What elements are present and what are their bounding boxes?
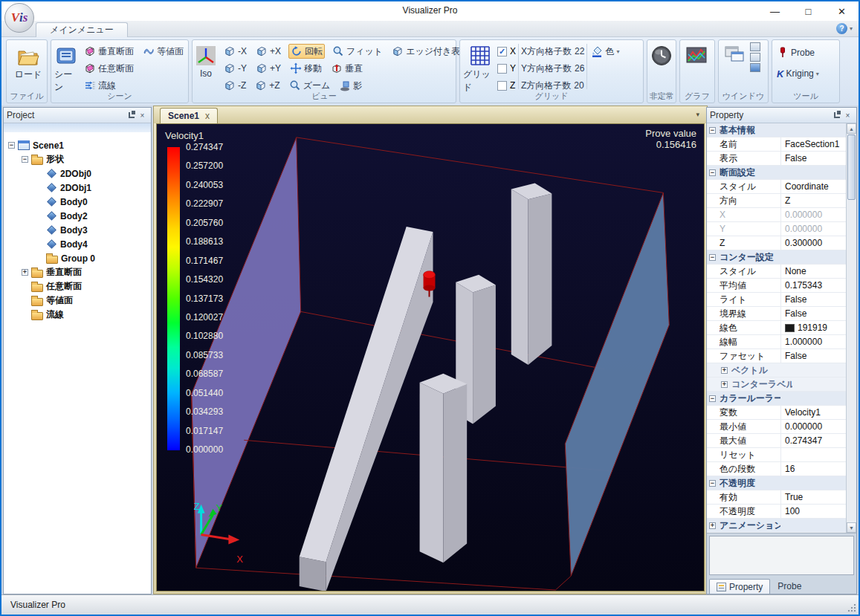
property-row[interactable]: 名前 FaceSection1 [707,137,846,152]
resize-grip[interactable] [847,603,856,612]
property-value[interactable]: False [780,293,846,306]
property-value[interactable]: 0.000000 [780,208,846,221]
property-row[interactable]: 線色 191919 [707,321,846,335]
property-value[interactable]: False [780,349,846,363]
chevron-down-icon[interactable]: ▾ [616,48,619,55]
section-toggle-icon[interactable] [709,522,716,529]
property-row[interactable]: 最大値 0.274347 [707,434,846,448]
property-value[interactable]: True [780,490,846,504]
scroll-up-icon[interactable]: ▲ [847,123,856,134]
section-toggle-icon[interactable] [709,395,716,402]
property-row[interactable]: コンター設定 [707,250,846,265]
tree-item[interactable]: 形状 [4,152,151,166]
property-value[interactable]: 0.274347 [780,434,846,447]
property-value[interactable]: None [780,265,846,278]
vertical-view-button[interactable]: 垂直 [329,61,364,76]
render-canvas[interactable]: Z Y X Velocity1 0.274347 0.257200 [157,124,704,591]
tab-probe[interactable]: Probe [771,579,808,594]
z-grid-count-value[interactable]: 20 [574,80,583,91]
scene-button[interactable]: シーン [54,42,78,94]
grid-x-checkbox[interactable]: ✓ [497,47,507,56]
property-row[interactable]: スタイル None [707,265,846,279]
property-value[interactable] [780,476,846,490]
property-row[interactable]: 境界線 False [707,307,846,321]
property-value[interactable]: 0.175343 [780,279,846,292]
grid-color-button[interactable]: 色 ▾ [589,44,621,59]
grid-z-checkbox[interactable] [497,81,507,91]
fit-button[interactable]: フィット [331,44,384,59]
rotate-button[interactable]: 回転 [288,44,325,59]
property-value[interactable]: Coordinate [780,180,846,193]
property-value[interactable] [780,392,846,405]
property-value[interactable]: 0.000000 [780,222,846,236]
tree-item[interactable]: Body4 [4,237,151,251]
property-row[interactable]: 変数 Velocity1 [707,406,846,420]
x-grid-count-value[interactable]: 22 [575,46,584,56]
property-row[interactable]: 不透明度 [707,476,846,490]
load-button[interactable]: ロード [10,42,47,94]
property-value[interactable]: 0.000000 [780,420,846,433]
tab-list-dropdown-icon[interactable]: ▾ [696,111,699,118]
chevron-down-icon[interactable]: ▾ [850,25,853,32]
tree-item[interactable]: Body3 [4,223,151,237]
property-value[interactable] [780,250,846,264]
tree-item[interactable]: Group 0 [4,251,151,265]
property-value[interactable]: FaceSection1 [780,137,846,151]
section-toggle-icon[interactable] [709,127,716,134]
probe-button[interactable]: Probe [775,45,836,60]
property-row[interactable]: 断面設定 [707,166,846,180]
scene-document-tab[interactable]: Scene1 x [160,108,218,123]
close-button[interactable]: ✕ [825,1,859,21]
section-toggle-icon[interactable] [709,254,716,261]
property-row[interactable]: Z 0.300000 [707,236,846,250]
property-row[interactable]: カラールーラー [707,392,846,406]
tree-item[interactable]: 等値面 [4,294,151,308]
panel-close-icon[interactable]: × [842,110,853,121]
property-row[interactable]: 方向 Z [707,194,846,208]
section-toggle-icon[interactable] [709,169,716,176]
section-toggle-icon[interactable] [709,480,716,487]
isosurface-button[interactable]: 等値面 [141,44,185,59]
tree-item[interactable]: Body0 [4,195,151,209]
property-scrollbar[interactable]: ▲ ▼ [846,123,856,533]
tree-item[interactable]: 垂直断面 [4,265,151,279]
graph-button[interactable] [683,42,710,94]
tree-item[interactable]: 任意断面 [4,279,151,294]
property-row[interactable]: 不透明度 100 [707,505,846,519]
property-value[interactable] [792,363,846,377]
view-minus-y-button[interactable]: -Y [222,61,248,76]
iso-view-button[interactable]: Iso [195,42,216,94]
tab-main-menu[interactable]: メインメニュー [36,22,128,37]
panel-close-icon[interactable]: × [137,110,148,121]
tree-item[interactable]: Scene1 [4,138,151,152]
chevron-down-icon[interactable]: ▾ [816,71,819,77]
property-value[interactable]: 100 [780,505,846,518]
view-plus-y-button[interactable]: +Y [254,61,282,76]
tree-item[interactable]: 2DObj0 [4,166,151,181]
section-toggle-icon[interactable] [721,381,728,388]
property-value[interactable] [780,448,846,461]
auto-hide-pin-icon[interactable] [831,110,842,121]
property-value[interactable]: 16 [780,462,846,476]
scrollbar-thumb[interactable] [847,134,856,200]
tree-item[interactable]: 流線 [4,308,151,322]
view-plus-x-button[interactable]: +X [254,44,282,59]
property-value[interactable] [780,166,846,179]
tree-item[interactable]: 2DObj1 [4,181,151,195]
property-value[interactable]: 1.000000 [780,335,846,348]
property-row[interactable]: 平均値 0.175343 [707,279,846,293]
property-row[interactable]: 色の段数 16 [707,462,846,476]
tab-property[interactable]: Property [709,579,770,594]
window-document-icon[interactable] [750,63,760,72]
property-row[interactable]: Y 0.000000 [707,222,846,236]
property-row[interactable]: リセット [707,448,846,462]
property-row[interactable]: 有効 True [707,490,846,505]
auto-hide-pin-icon[interactable] [126,110,137,121]
property-value[interactable]: Velocity1 [780,406,846,419]
section-toggle-icon[interactable] [721,367,728,374]
property-row[interactable]: ファセット False [707,349,846,363]
property-row[interactable]: ベクトル [707,363,846,377]
application-menu-button[interactable]: Vis [4,3,34,33]
property-value[interactable] [780,519,846,532]
property-row[interactable]: ライト False [707,293,846,307]
